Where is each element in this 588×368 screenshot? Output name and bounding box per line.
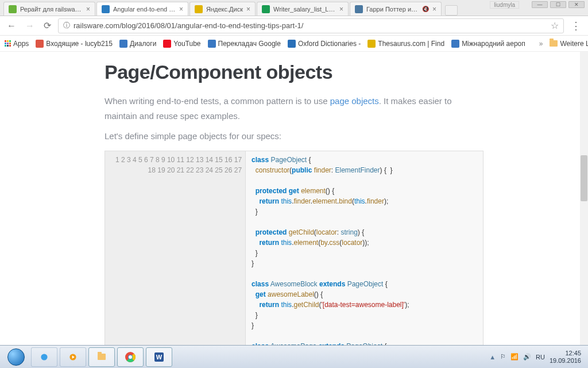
tray-expand-icon[interactable]: ▲	[489, 354, 496, 361]
vertical-scrollbar[interactable]	[580, 52, 588, 345]
browser-tab[interactable]: Яндекс.Диск ×	[189, 2, 256, 16]
taskbar-ie[interactable]	[31, 347, 57, 367]
site-info-icon[interactable]: ⓘ	[63, 21, 70, 30]
action-center-icon[interactable]: ⚐	[500, 353, 506, 361]
svg-point-6	[129, 355, 132, 359]
os-user-label: liudmyla	[490, 1, 519, 9]
bookmark-label: Міжнародний аероп	[462, 40, 525, 48]
folder-icon	[550, 40, 558, 47]
bookmark-item[interactable]: Thesaurus.com | Find	[368, 40, 444, 48]
reload-button[interactable]: ⟳	[41, 19, 53, 32]
page-viewport: Page/Component objects When writing end-…	[0, 52, 588, 345]
tab-favicon	[195, 5, 203, 13]
start-button[interactable]	[3, 347, 29, 367]
taskbar-word[interactable]: W	[146, 347, 172, 367]
mute-icon[interactable]: 🔇	[422, 6, 429, 12]
back-button[interactable]: ←	[5, 20, 18, 32]
article-paragraph: When writing end-to-end tests, a common …	[105, 94, 483, 123]
address-bar[interactable]: ⓘ railsware.com/blog/2016/08/01/angular-…	[58, 18, 564, 33]
other-bookmarks-label: Weitere Lesezeichen	[560, 40, 588, 48]
tab-title: Angular end-to-end test	[113, 6, 176, 13]
close-window-button[interactable]: ✕	[568, 1, 585, 8]
system-tray: ▲ ⚐ 📶 🔊 RU 12:45 19.09.2016	[489, 350, 585, 363]
bookmark-item[interactable]: Oxford Dictionaries -	[288, 40, 361, 48]
tab-close-icon[interactable]: ×	[432, 5, 436, 13]
minimize-button[interactable]: —	[532, 1, 548, 8]
browser-toolbar: ← → ⟳ ⓘ railsware.com/blog/2016/08/01/an…	[0, 16, 588, 36]
folder-icon	[98, 354, 106, 360]
bookmark-favicon	[163, 40, 171, 48]
tab-close-icon[interactable]: ×	[179, 5, 183, 13]
article-paragraph: Let's define simple page objects for our…	[105, 129, 483, 144]
bookmark-item[interactable]: YouTube	[163, 40, 200, 48]
bookmark-favicon	[119, 40, 127, 48]
tab-favicon	[9, 5, 17, 13]
new-tab-button[interactable]	[445, 5, 458, 16]
forward-button[interactable]: →	[23, 20, 37, 32]
tab-close-icon[interactable]: ×	[339, 5, 343, 13]
tab-title: Гарри Поттер и орде	[366, 6, 419, 13]
tab-title: Writer_salary_list_L.BUTE	[273, 6, 336, 13]
bookmark-label: Oxford Dictionaries -	[298, 40, 361, 48]
article-body: Page/Component objects When writing end-…	[87, 52, 501, 345]
tab-favicon	[102, 5, 110, 13]
browser-tab[interactable]: Angular end-to-end test ×	[96, 2, 188, 16]
apps-icon	[5, 40, 11, 47]
bookmark-favicon	[451, 40, 459, 48]
bookmark-label: Перекладач Google	[218, 40, 281, 48]
scrollbar-thumb[interactable]	[581, 155, 587, 201]
browser-tab[interactable]: Рерайт для railsware.com ×	[3, 2, 95, 16]
bookmark-item[interactable]: Перекладач Google	[208, 40, 281, 48]
bookmark-favicon	[208, 40, 216, 48]
maximize-button[interactable]: ☐	[550, 1, 566, 8]
bookmark-favicon	[288, 40, 296, 48]
language-indicator[interactable]: RU	[536, 354, 545, 361]
network-icon[interactable]: 📶	[510, 353, 519, 361]
bookmark-star-icon[interactable]: ☆	[551, 20, 559, 31]
windows-orb-icon	[7, 348, 25, 366]
code-text: class PageObject { constructor(public fi…	[246, 151, 483, 346]
other-bookmarks-folder[interactable]: Weitere Lesezeichen	[550, 40, 588, 48]
bookmark-item[interactable]: Входящие - lucyb215	[36, 40, 113, 48]
apps-shortcut[interactable]: Apps	[5, 40, 29, 48]
tray-clock[interactable]: 12:45 19.09.2016	[550, 350, 585, 363]
bookmark-item[interactable]: Диалоги	[119, 40, 156, 48]
tab-close-icon[interactable]: ×	[246, 5, 250, 13]
bookmark-favicon	[368, 40, 376, 48]
article-heading: Page/Component objects	[105, 61, 483, 83]
browser-tab[interactable]: Writer_salary_list_L.BUTE ×	[257, 2, 349, 16]
url-text: railsware.com/blog/2016/08/01/angular-en…	[74, 21, 303, 30]
apps-label: Apps	[13, 40, 29, 48]
svg-text:W: W	[156, 354, 163, 361]
bookmarks-bar: Apps Входящие - lucyb215ДиалогиYouTubeПе…	[0, 36, 588, 52]
window-controls: — ☐ ✕	[532, 1, 585, 8]
tab-title: Рерайт для railsware.com	[20, 6, 83, 13]
taskbar-chrome[interactable]	[117, 347, 144, 367]
bookmark-label: Диалоги	[130, 40, 156, 48]
svg-point-0	[41, 354, 47, 360]
code-gutter: 1 2 3 4 5 6 7 8 9 10 11 12 13 14 15 16 1…	[105, 151, 246, 346]
bookmarks-overflow-button[interactable]: »	[539, 40, 543, 48]
tab-favicon	[262, 5, 270, 13]
tab-favicon	[355, 5, 363, 13]
windows-taskbar: W ▲ ⚐ 📶 🔊 RU 12:45 19.09.2016	[0, 345, 588, 368]
tab-close-icon[interactable]: ×	[86, 5, 90, 13]
bookmark-label: YouTube	[173, 40, 200, 48]
tab-title: Яндекс.Диск	[206, 6, 243, 13]
page-objects-link[interactable]: page objects	[330, 96, 379, 106]
taskbar-media[interactable]	[60, 347, 86, 367]
bookmark-item[interactable]: Міжнародний аероп	[451, 40, 525, 48]
code-block: 1 2 3 4 5 6 7 8 9 10 11 12 13 14 15 16 1…	[105, 151, 483, 346]
browser-tab[interactable]: Гарри Поттер и орде 🔇 ×	[350, 2, 442, 16]
browser-menu-button[interactable]: ⋮	[568, 20, 583, 32]
bookmark-label: Входящие - lucyb215	[46, 40, 113, 48]
taskbar-explorer[interactable]	[88, 347, 115, 367]
bookmark-favicon	[36, 40, 44, 48]
volume-icon[interactable]: 🔊	[523, 353, 531, 361]
bookmark-label: Thesaurus.com | Find	[378, 40, 444, 48]
